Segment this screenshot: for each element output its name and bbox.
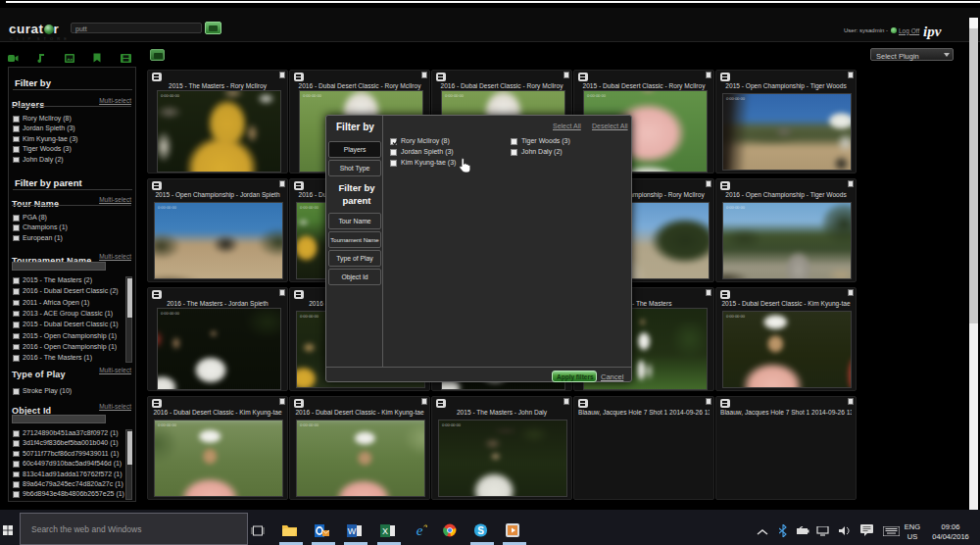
svg-text:S: S (477, 525, 484, 536)
svg-text:W: W (348, 526, 357, 536)
svg-text:e: e (416, 523, 423, 537)
svg-text:X: X (382, 526, 388, 536)
